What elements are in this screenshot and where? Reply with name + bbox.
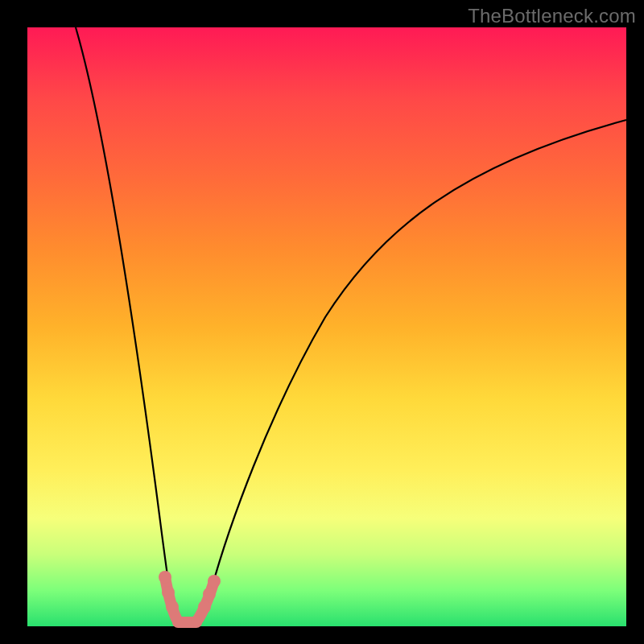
optimal-dot: [198, 601, 211, 613]
optimal-dot: [162, 586, 175, 599]
chart-frame: TheBottleneck.com: [0, 0, 644, 644]
optimal-zone-highlight: [159, 571, 221, 622]
optimal-zone-left: [165, 577, 178, 621]
watermark-label: TheBottleneck.com: [468, 5, 636, 27]
optimal-dot: [203, 588, 216, 601]
plot-area: [27, 27, 626, 626]
optimal-dot: [159, 571, 171, 584]
bottleneck-curve: [76, 27, 626, 623]
optimal-dot: [166, 601, 179, 613]
optimal-dot: [208, 575, 221, 588]
bottleneck-curve-svg: [27, 27, 626, 626]
